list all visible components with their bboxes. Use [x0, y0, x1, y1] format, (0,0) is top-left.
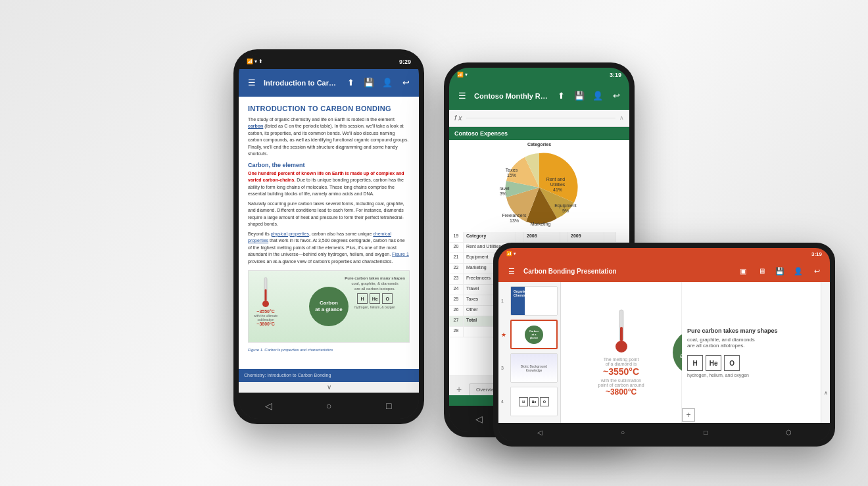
add-sheet-btn[interactable]: +	[453, 383, 465, 395]
ppt-phone: 📶 ▾ 3:19 ☰ Carbon Bonding Presentation ▣…	[493, 243, 835, 447]
carbon-circle: Carbonat a glance	[309, 287, 349, 326]
main-slide-content: The melting pointof a diamond is ~3550°C…	[561, 282, 830, 423]
slide-1-thumb[interactable]: OrganicChemistry	[510, 286, 558, 316]
ppt-save-icon[interactable]: 💾	[773, 264, 786, 278]
excel-user-icon[interactable]: 👤	[591, 89, 604, 103]
svg-point-2	[262, 301, 269, 307]
ppt-screen-icon[interactable]: 🖥	[755, 264, 768, 278]
slide-right-title: Pure carbon takes many shapes	[687, 328, 778, 334]
excel-share-icon[interactable]: ⬆	[554, 89, 567, 103]
word-user-icon[interactable]: 👤	[381, 76, 394, 89]
ppt-present-icon[interactable]: ▣	[736, 264, 750, 278]
word-undo-icon[interactable]: ↩	[399, 76, 412, 89]
element-He: He	[706, 355, 721, 371]
ppt-status-bar: 📶 ▾ 3:19	[498, 248, 830, 260]
slide-right: Pure carbon takes many shapes coal, grap…	[682, 282, 830, 423]
excel-status-bar: 📶 ▾ 3:19	[449, 68, 629, 82]
word-doc-title: INTRODUCTION TO CARBON BONDING	[248, 105, 410, 112]
svg-text:Freelancers: Freelancers	[502, 213, 527, 218]
col-extra	[604, 232, 616, 242]
slide-2-thumb[interactable]: Carbonat aglance	[510, 320, 558, 349]
svg-rect-17	[620, 327, 623, 341]
slide-1-container: 1 OrganicChemistry	[501, 286, 558, 316]
svg-point-18	[615, 341, 627, 352]
word-phone-inner: 📶 ▾ ⬆ 9:29 ☰ Introduction to Carbon Bo..…	[239, 55, 419, 419]
slide-3-num: 3	[501, 366, 508, 370]
ppt-time: 3:19	[811, 251, 822, 257]
elements-label: hydrogen, helium, and oxygen	[687, 373, 749, 377]
slide-3-container: 3 Biotic BackgroundKnowledge	[501, 353, 558, 383]
word-time: 9:29	[399, 59, 411, 65]
excel-toolbar-title: Contoso Monthly Report	[474, 92, 549, 100]
ppt-undo-icon[interactable]: ↩	[810, 264, 823, 278]
back-btn-excel[interactable]: ◁	[470, 409, 489, 429]
word-phone: 📶 ▾ ⬆ 9:29 ☰ Introduction to Carbon Bo..…	[233, 49, 424, 424]
home-btn-ppt[interactable]: ○	[613, 422, 633, 441]
word-menu-icon[interactable]: ☰	[245, 76, 258, 89]
slide-left: The melting pointof a diamond is ~3550°C…	[561, 282, 682, 423]
word-save-icon[interactable]: 💾	[362, 76, 375, 89]
word-scroll-arrow[interactable]: ∨	[239, 382, 419, 393]
word-status-icons: 📶 ▾ ⬆	[247, 59, 263, 64]
element-H: H	[687, 355, 703, 371]
pie-title: Categories	[500, 142, 579, 147]
word-document[interactable]: INTRODUCTION TO CARBON BONDING The study…	[239, 97, 419, 369]
extra-nav[interactable]: ⬡	[779, 422, 798, 441]
ppt-screen: 1 OrganicChemistry ★ Carbonat aglance	[498, 282, 830, 423]
slide-4-thumb[interactable]: H He O	[510, 387, 558, 416]
excel-save-icon[interactable]: 💾	[573, 89, 586, 103]
word-status-bar: 📶 ▾ ⬆ 9:29	[239, 55, 419, 69]
excel-toolbar: ☰ Contoso Monthly Report ⬆ 💾 👤 ↩	[449, 82, 629, 110]
slide-4-num: 4	[501, 399, 508, 404]
svg-text:Marketing: Marketing	[531, 222, 551, 227]
excel-spreadsheet-title: Contoso Expenses	[454, 130, 508, 137]
recent-btn[interactable]: □	[379, 396, 398, 416]
add-slide-btn[interactable]: +	[682, 408, 695, 422]
word-toolbar: ☰ Introduction to Carbon Bo... ⬆ 💾 👤 ↩	[239, 69, 419, 97]
col-2009: 2009	[568, 232, 604, 242]
ppt-user-icon[interactable]: 👤	[792, 264, 805, 278]
slide-3-preview: Biotic BackgroundKnowledge	[511, 354, 557, 382]
slide-4-preview: H He O	[511, 387, 557, 416]
thermometer-icon	[615, 308, 628, 354]
pie-chart-area: Categories	[449, 140, 629, 232]
excel-menu-icon[interactable]: ☰	[456, 89, 469, 103]
back-btn[interactable]: ◁	[259, 396, 279, 416]
recent-btn-ppt[interactable]: □	[696, 422, 715, 441]
home-btn[interactable]: ○	[319, 396, 339, 416]
word-heading1: Carbon, the element	[248, 162, 410, 168]
svg-text:Equipment: Equipment	[554, 203, 577, 208]
ppt-toolbar-title: Carbon Bonding Presentation	[523, 268, 731, 275]
ppt-menu-icon[interactable]: ☰	[505, 264, 518, 278]
row-num-19: 19	[449, 232, 464, 242]
svg-text:9%: 9%	[562, 208, 569, 213]
temp-desc1: The melting pointof a diamond is	[604, 357, 639, 366]
word-para3: Naturally occurring pure carbon takes se…	[248, 201, 410, 228]
word-share-icon[interactable]: ⬆	[344, 76, 357, 89]
element-O: O	[724, 355, 740, 371]
col-2008: 2008	[524, 232, 560, 242]
formula-collapse[interactable]: ∧	[619, 114, 624, 121]
excel-undo-icon[interactable]: ↩	[610, 89, 623, 103]
pie-svg: Rent and Utilities 41% Equipment 9% Mark…	[500, 148, 579, 227]
svg-text:3%: 3%	[500, 191, 506, 196]
word-para4: Beyond its physical properties, carbon a…	[248, 231, 410, 266]
back-btn-ppt[interactable]: ◁	[530, 422, 550, 441]
svg-text:13%: 13%	[510, 218, 519, 223]
ppt-scrollbar[interactable]: ∧	[821, 282, 830, 423]
word-figure-inner: ~3550°C with the ultimatesublimation ~38…	[249, 271, 409, 342]
pie-chart: Categories	[500, 142, 579, 230]
slide-3-thumb[interactable]: Biotic BackgroundKnowledge	[510, 353, 558, 383]
word-footer-text: Chemistry: Introduction to Carbon Bondin…	[244, 373, 331, 377]
word-screen: INTRODUCTION TO CARBON BONDING The study…	[239, 97, 419, 393]
slide-1-preview: OrganicChemistry	[511, 287, 557, 315]
word-figure: ~3550°C with the ultimatesublimation ~38…	[248, 270, 410, 343]
ppt-slides-panel: 1 OrganicChemistry ★ Carbonat aglance	[498, 282, 561, 423]
svg-text:Rent and: Rent and	[546, 177, 566, 182]
figure-caption: Figure 1. Carbon's properties and charac…	[248, 348, 410, 352]
col-2008-dollar	[516, 232, 524, 242]
temp1: ~3550°C	[603, 366, 639, 377]
formula-fx: f x	[454, 114, 462, 122]
svg-text:Utilities: Utilities	[550, 182, 566, 187]
slide-2-preview: Carbonat aglance	[512, 321, 556, 348]
